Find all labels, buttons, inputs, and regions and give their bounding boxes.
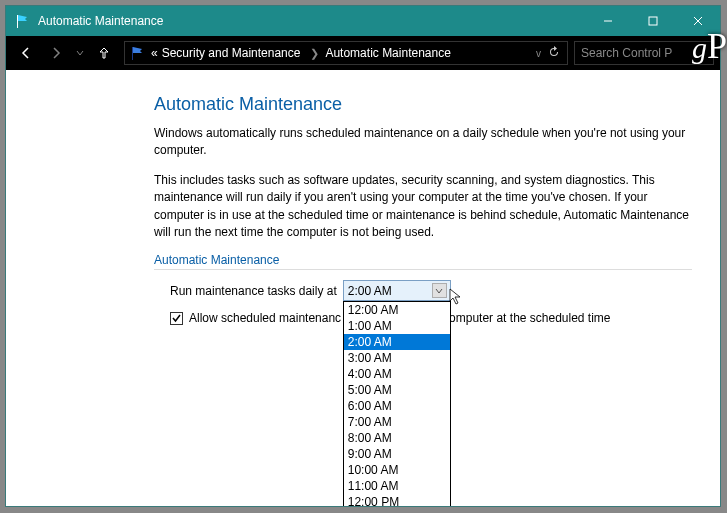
nav-forward-button[interactable] (42, 41, 70, 65)
refresh-icon[interactable] (545, 46, 563, 61)
time-option[interactable]: 4:00 AM (344, 366, 450, 382)
section-heading: Automatic Maintenance (154, 253, 692, 267)
window-title: Automatic Maintenance (38, 14, 585, 28)
search-placeholder: Search Control P (581, 46, 672, 60)
time-option[interactable]: 6:00 AM (344, 398, 450, 414)
content-area: Automatic Maintenance Windows automatica… (6, 70, 720, 506)
checkbox-label-part1: Allow scheduled maintenanc (189, 311, 341, 325)
run-tasks-label: Run maintenance tasks daily at (170, 284, 337, 298)
maximize-button[interactable] (630, 6, 675, 36)
control-panel-flag-icon (129, 45, 145, 61)
svg-rect-5 (132, 47, 133, 60)
combobox-value: 2:00 AM (348, 284, 392, 298)
svg-rect-0 (17, 15, 18, 28)
nav-history-dropdown[interactable] (72, 41, 88, 65)
page-title: Automatic Maintenance (154, 94, 692, 115)
time-option[interactable]: 9:00 AM (344, 446, 450, 462)
time-option[interactable]: 12:00 AM (344, 302, 450, 318)
breadcrumb-security-maintenance[interactable]: Security and Maintenance (162, 46, 301, 60)
description-paragraph-1: Windows automatically runs scheduled mai… (154, 125, 692, 160)
time-option[interactable]: 8:00 AM (344, 430, 450, 446)
nav-back-button[interactable] (12, 41, 40, 65)
time-option[interactable]: 12:00 PM (344, 494, 450, 506)
time-option[interactable]: 2:00 AM (344, 334, 450, 350)
control-panel-flag-icon (14, 13, 30, 29)
time-dropdown-list[interactable]: 12:00 AM1:00 AM2:00 AM3:00 AM4:00 AM5:00… (343, 301, 451, 506)
window-frame: Automatic Maintenance « Security and Mai… (5, 5, 721, 507)
breadcrumb-automatic-maintenance[interactable]: Automatic Maintenance (325, 46, 450, 60)
address-dropdown-icon[interactable]: v (536, 48, 541, 59)
section-divider (154, 269, 692, 270)
chevron-right-icon: ❯ (310, 47, 319, 60)
time-combobox[interactable]: 2:00 AM (343, 280, 451, 301)
time-option[interactable]: 1:00 AM (344, 318, 450, 334)
mouse-cursor-icon (449, 288, 467, 306)
titlebar[interactable]: Automatic Maintenance (6, 6, 720, 36)
address-bar[interactable]: « Security and Maintenance ❯ Automatic M… (124, 41, 568, 65)
description-paragraph-2: This includes tasks such as software upd… (154, 172, 692, 242)
close-button[interactable] (675, 6, 720, 36)
svg-rect-2 (649, 17, 657, 25)
checkbox-label-part2: omputer at the scheduled time (449, 311, 610, 325)
breadcrumb-prefix: « (151, 46, 158, 60)
chevron-down-icon[interactable] (432, 283, 447, 298)
schedule-row: Run maintenance tasks daily at 2:00 AM (170, 280, 692, 301)
time-option[interactable]: 11:00 AM (344, 478, 450, 494)
nav-up-button[interactable] (90, 41, 118, 65)
navigation-bar: « Security and Maintenance ❯ Automatic M… (6, 36, 720, 70)
time-option[interactable]: 3:00 AM (344, 350, 450, 366)
time-option[interactable]: 10:00 AM (344, 462, 450, 478)
search-input[interactable]: Search Control P (574, 41, 714, 65)
window-buttons (585, 6, 720, 36)
time-option[interactable]: 5:00 AM (344, 382, 450, 398)
time-option[interactable]: 7:00 AM (344, 414, 450, 430)
wake-checkbox[interactable] (170, 312, 183, 325)
minimize-button[interactable] (585, 6, 630, 36)
